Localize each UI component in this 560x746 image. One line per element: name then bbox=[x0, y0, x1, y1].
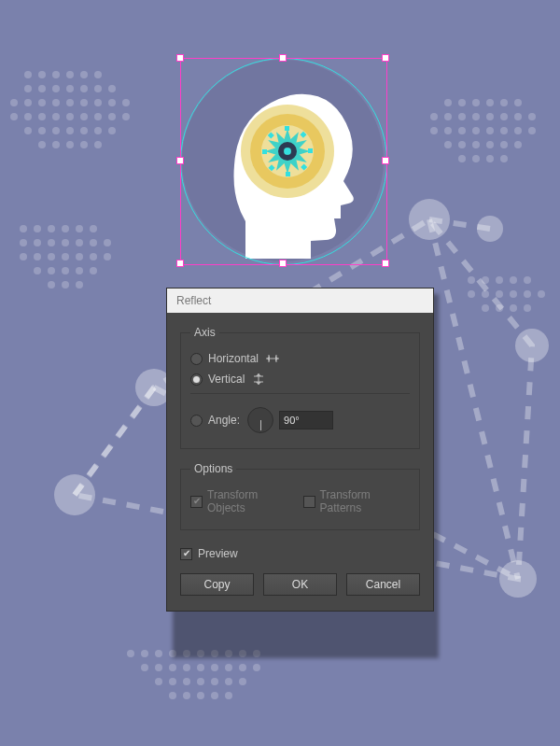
svg-point-48 bbox=[90, 225, 97, 232]
svg-point-110 bbox=[496, 290, 503, 298]
svg-point-71 bbox=[444, 99, 452, 106]
radio-horizontal[interactable] bbox=[190, 353, 203, 365]
svg-point-35 bbox=[80, 127, 88, 134]
svg-point-17 bbox=[66, 99, 74, 106]
svg-point-75 bbox=[500, 99, 508, 106]
svg-point-141 bbox=[211, 678, 218, 685]
svg-point-7 bbox=[38, 85, 46, 92]
svg-rect-165 bbox=[286, 172, 290, 176]
svg-point-29 bbox=[108, 113, 116, 120]
copy-button[interactable]: Copy bbox=[180, 573, 254, 596]
svg-point-113 bbox=[538, 290, 545, 298]
cancel-button[interactable]: Cancel bbox=[346, 573, 420, 596]
svg-point-11 bbox=[94, 85, 102, 92]
svg-point-8 bbox=[52, 85, 60, 92]
svg-point-24 bbox=[38, 113, 46, 120]
svg-point-6 bbox=[24, 85, 32, 92]
options-group: Options ✔ Transform Objects Transform Pa… bbox=[180, 462, 420, 530]
svg-point-97 bbox=[500, 141, 508, 148]
bbox-handle[interactable] bbox=[176, 54, 184, 62]
svg-point-18 bbox=[80, 99, 88, 106]
axis-horizontal-row[interactable]: Horizontal bbox=[190, 348, 410, 369]
svg-point-58 bbox=[48, 253, 55, 260]
transform-patterns-option[interactable]: Transform Patterns bbox=[303, 488, 410, 514]
checkbox-preview[interactable]: ✔ bbox=[180, 548, 192, 560]
bbox-handle[interactable] bbox=[382, 260, 389, 267]
svg-point-103 bbox=[468, 276, 475, 284]
svg-point-149 bbox=[54, 474, 95, 515]
svg-point-16 bbox=[52, 99, 60, 106]
radio-angle[interactable] bbox=[190, 415, 203, 427]
svg-point-64 bbox=[48, 267, 55, 274]
selected-artwork[interactable] bbox=[180, 58, 385, 263]
svg-point-119 bbox=[141, 650, 148, 657]
angle-dial[interactable] bbox=[247, 407, 273, 433]
axis-angle-row[interactable]: Angle: 90° bbox=[190, 403, 410, 437]
svg-point-5 bbox=[94, 71, 102, 78]
dialog-titlebar[interactable]: Reflect bbox=[167, 289, 433, 313]
svg-point-61 bbox=[90, 253, 97, 260]
svg-point-109 bbox=[482, 290, 489, 298]
bbox-handle[interactable] bbox=[279, 260, 287, 267]
svg-point-77 bbox=[430, 113, 438, 120]
svg-point-98 bbox=[514, 141, 522, 148]
svg-rect-169 bbox=[285, 148, 290, 154]
preview-row[interactable]: ✔ Preview bbox=[180, 543, 420, 564]
illustrator-canvas[interactable]: Reflect Axis Horizontal Vertical bbox=[0, 0, 560, 746]
ok-button[interactable]: OK bbox=[263, 573, 337, 596]
svg-point-44 bbox=[34, 225, 41, 232]
svg-point-76 bbox=[514, 99, 522, 106]
svg-point-80 bbox=[472, 113, 480, 120]
svg-point-72 bbox=[458, 99, 466, 106]
bbox-handle[interactable] bbox=[279, 54, 287, 62]
svg-point-63 bbox=[34, 267, 41, 274]
svg-point-96 bbox=[486, 141, 494, 148]
svg-point-142 bbox=[225, 678, 232, 685]
svg-point-153 bbox=[515, 329, 549, 362]
axis-horizontal-label: Horizontal bbox=[208, 352, 259, 365]
svg-point-102 bbox=[500, 155, 508, 162]
svg-point-42 bbox=[94, 141, 102, 148]
svg-point-132 bbox=[197, 664, 204, 671]
svg-point-74 bbox=[486, 99, 494, 106]
checkbox-transform-patterns[interactable] bbox=[303, 496, 315, 508]
svg-point-138 bbox=[169, 678, 176, 685]
svg-point-88 bbox=[472, 127, 480, 134]
svg-point-31 bbox=[24, 127, 32, 134]
bbox-handle[interactable] bbox=[176, 260, 184, 267]
svg-point-148 bbox=[225, 692, 232, 699]
svg-point-15 bbox=[38, 99, 46, 106]
svg-point-66 bbox=[76, 267, 83, 274]
svg-point-13 bbox=[10, 99, 18, 106]
checkbox-transform-objects[interactable]: ✔ bbox=[190, 496, 203, 508]
angle-input[interactable]: 90° bbox=[279, 411, 333, 429]
svg-point-151 bbox=[409, 199, 450, 240]
svg-point-60 bbox=[76, 253, 83, 260]
svg-point-134 bbox=[225, 664, 232, 671]
svg-point-32 bbox=[38, 127, 46, 134]
svg-point-91 bbox=[514, 127, 522, 134]
svg-point-135 bbox=[239, 664, 246, 671]
options-legend: Options bbox=[190, 462, 236, 475]
svg-point-46 bbox=[62, 225, 69, 232]
svg-point-25 bbox=[52, 113, 60, 120]
axis-vertical-row[interactable]: Vertical bbox=[190, 369, 410, 389]
svg-point-118 bbox=[127, 650, 134, 657]
svg-point-65 bbox=[62, 267, 69, 274]
svg-point-62 bbox=[104, 253, 111, 260]
svg-point-85 bbox=[430, 127, 438, 134]
svg-rect-163 bbox=[308, 148, 313, 153]
axis-divider bbox=[190, 393, 410, 394]
bbox-handle[interactable] bbox=[382, 157, 389, 164]
svg-point-154 bbox=[499, 560, 537, 598]
radio-vertical[interactable] bbox=[190, 373, 203, 386]
transform-objects-option[interactable]: ✔ Transform Objects bbox=[190, 488, 294, 514]
svg-point-14 bbox=[24, 99, 32, 106]
svg-point-87 bbox=[458, 127, 466, 134]
svg-point-73 bbox=[472, 99, 480, 106]
bbox-handle[interactable] bbox=[382, 54, 389, 62]
svg-point-133 bbox=[211, 664, 218, 671]
svg-point-23 bbox=[24, 113, 32, 120]
svg-point-12 bbox=[108, 85, 116, 92]
bbox-handle[interactable] bbox=[176, 157, 184, 164]
